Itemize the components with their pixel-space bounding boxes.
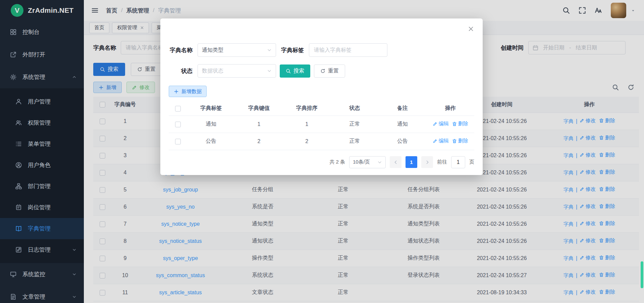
cell-dict-label: 通知 [187, 116, 235, 133]
dialog-reset-label: 重置 [328, 68, 339, 75]
goto-label: 前往 [437, 159, 447, 165]
row-checkbox[interactable] [175, 122, 181, 127]
goto-page-input[interactable]: 1 [451, 156, 465, 168]
page-size-value: 10条/页 [353, 159, 370, 165]
column-header: 备注 [379, 101, 427, 116]
chevron-right-icon [425, 160, 430, 165]
cell-dict-sort: 2 [283, 133, 331, 150]
next-page-button[interactable] [421, 156, 433, 168]
cell-status: 正常 [331, 133, 379, 150]
column-header: 字典键值 [235, 101, 283, 116]
add-data-button[interactable]: 新增数据 [169, 86, 207, 97]
search-icon [286, 69, 291, 74]
column-header: 状态 [331, 101, 379, 116]
dialog-status-label: 状态 [169, 67, 193, 75]
page-size-select[interactable]: 10条/页 [349, 156, 386, 168]
cell-dict-value: 1 [235, 116, 283, 133]
page-suffix-label: 页 [469, 159, 474, 165]
pencil-icon [433, 122, 437, 126]
cell-dict-sort: 1 [283, 116, 331, 133]
prev-page-button[interactable] [390, 156, 401, 168]
chevron-down-icon [267, 69, 272, 73]
cell-remark: 通知 [379, 116, 427, 133]
chevron-down-icon [267, 48, 272, 52]
dialog-dict-name-label: 字典名称 [169, 46, 193, 54]
cell-dict-value: 2 [235, 133, 283, 150]
select-all-checkbox[interactable] [175, 106, 181, 112]
plus-icon [174, 89, 179, 94]
refresh-icon [320, 69, 325, 74]
screen: V ZrAdmin.NET 控制台外部打开系统管理用户管理权限管理菜单管理用户角… [0, 0, 644, 303]
dialog-filter-row-1: 字典名称 通知类型 字典标签 请输入字典标签 [169, 43, 474, 57]
delete-link[interactable]: 删除 [452, 121, 468, 127]
pagination-total: 共 2 条 [329, 159, 345, 165]
page-scrollbar[interactable] [641, 261, 643, 288]
dialog-search-label: 搜索 [293, 68, 304, 75]
dialog-table: 字典标签字典键值字典排序状态备注操作 通知11正常通知编辑删除公告22正常公告编… [169, 101, 474, 150]
dialog-filter-row-2: 状态 数据状态 搜索 重置 [169, 64, 474, 78]
dialog-dict-label-input[interactable]: 请输入字典标签 [309, 43, 387, 57]
dialog-status-select[interactable]: 数据状态 [198, 64, 276, 78]
dialog-dict-label-label: 字典标签 [281, 46, 304, 54]
dialog-reset-button[interactable]: 重置 [314, 64, 345, 78]
pencil-icon [433, 139, 437, 143]
close-icon[interactable] [468, 26, 474, 32]
cell-status: 正常 [331, 116, 379, 133]
select-value: 通知类型 [202, 47, 223, 54]
cell-remark: 公告 [379, 133, 427, 150]
current-page-button[interactable]: 1 [406, 156, 417, 168]
dialog-table-row: 公告22正常公告编辑删除 [169, 133, 474, 150]
column-header: 字典排序 [283, 101, 331, 116]
add-data-label: 新增数据 [181, 88, 202, 95]
pagination: 共 2 条 10条/页 1 前往 1 页 [169, 156, 474, 168]
column-header: 字典标签 [187, 101, 235, 116]
row-checkbox[interactable] [175, 139, 181, 144]
dialog-table-row: 通知11正常通知编辑删除 [169, 116, 474, 133]
select-placeholder: 数据状态 [202, 68, 223, 75]
trash-icon [452, 122, 457, 126]
column-header: 操作 [426, 101, 474, 116]
cell-operations: 编辑删除 [426, 133, 474, 150]
chevron-down-icon [377, 160, 382, 165]
goto-page-value: 1 [457, 159, 460, 165]
edit-link[interactable]: 编辑 [433, 138, 449, 144]
input-placeholder: 请输入字典标签 [314, 47, 352, 54]
dict-data-dialog: 字典名称 通知类型 字典标签 请输入字典标签 状态 数据状态 搜索 重置 [160, 18, 483, 175]
cell-dict-label: 公告 [187, 133, 235, 150]
delete-link[interactable]: 删除 [452, 138, 468, 144]
dialog-dict-name-select[interactable]: 通知类型 [198, 43, 276, 57]
trash-icon [452, 139, 457, 143]
cell-operations: 编辑删除 [426, 116, 474, 133]
dialog-search-button[interactable]: 搜索 [280, 64, 310, 78]
edit-link[interactable]: 编辑 [433, 121, 449, 127]
chevron-left-icon [393, 160, 398, 165]
